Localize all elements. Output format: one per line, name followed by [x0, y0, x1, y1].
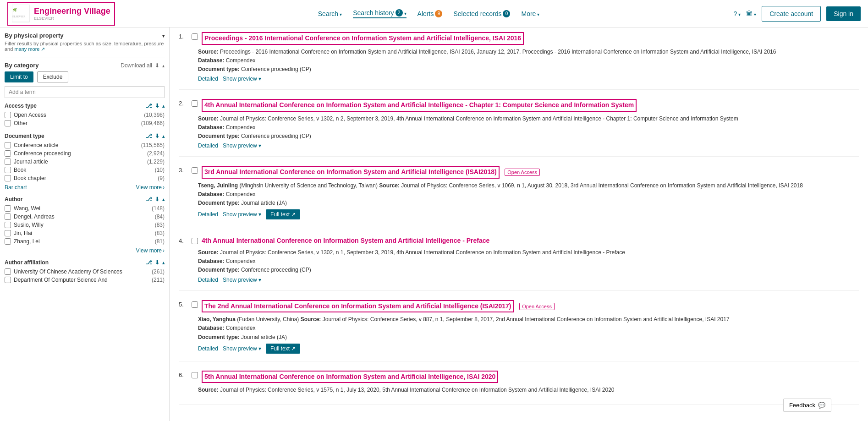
author-wang-checkbox[interactable] — [5, 205, 11, 212]
access-type-icons: ⎇ ⬇ — [146, 103, 165, 109]
exclude-button[interactable]: Exclude — [37, 71, 69, 82]
download-access-icon[interactable]: ⬇ — [155, 103, 159, 109]
result-5-detailed-link[interactable]: Detailed — [198, 345, 218, 352]
conf-article-checkbox[interactable] — [5, 142, 11, 148]
result-4-preview-link[interactable]: Show preview ▾ — [223, 277, 261, 283]
nav-more[interactable]: More — [521, 10, 539, 17]
result-2-title[interactable]: 4th Annual International Conference on I… — [202, 99, 637, 112]
result-2-detailed-link[interactable]: Detailed — [198, 142, 218, 149]
book-chapter-label: Book chapter — [14, 175, 46, 181]
result-2-database: Compendex — [226, 124, 256, 131]
preview-3-chevron-icon: ▾ — [258, 211, 261, 218]
category-chevron-icon[interactable] — [162, 62, 165, 69]
feedback-button[interactable]: Feedback 💬 — [783, 399, 831, 412]
limit-to-button[interactable]: Limit to — [5, 71, 33, 82]
nav-selected-records[interactable]: Selected records 0 — [453, 10, 510, 17]
author-jin-checkbox[interactable] — [5, 230, 11, 236]
result-4-title[interactable]: 4th Annual International Conference on I… — [202, 236, 489, 246]
result-5-fulltext-button[interactable]: Full text ↗ — [266, 344, 300, 354]
download-icon: ⬇ — [155, 62, 159, 69]
create-account-button[interactable]: Create account — [762, 6, 821, 22]
author-view-more[interactable]: View more › — [136, 247, 165, 254]
author-affiliation-label: Author affiliation — [5, 259, 49, 266]
author-zhang-checkbox[interactable] — [5, 238, 11, 245]
result-6-checkbox[interactable] — [192, 372, 198, 378]
author-dengel-checkbox[interactable] — [5, 213, 11, 220]
bar-chart-link[interactable]: Bar chart — [5, 184, 27, 191]
download-affiliation-icon[interactable]: ⬇ — [155, 259, 159, 266]
author-label: Author — [5, 196, 22, 202]
book-chapter-checkbox[interactable] — [5, 175, 11, 181]
add-term-input[interactable] — [5, 86, 165, 98]
institution-btn[interactable]: 🏛 — [746, 10, 756, 17]
result-2-actions: Detailed Show preview ▾ — [198, 142, 859, 149]
result-4-checkbox[interactable] — [192, 238, 198, 244]
download-doc-icon[interactable]: ⬇ — [155, 133, 159, 139]
result-4-meta: Source: Journal of Physics: Conference S… — [198, 248, 859, 275]
sign-in-button[interactable]: Sign in — [826, 6, 861, 21]
result-6-title[interactable]: 5th Annual International Conference on I… — [202, 371, 498, 383]
affiliation-ucas-row: University Of Chinese Academy Of Science… — [5, 268, 165, 276]
result-5-preview-link[interactable]: Show preview ▾ — [223, 345, 261, 352]
result-1-checkbox[interactable] — [192, 33, 198, 40]
affiliation-ucas-label: University Of Chinese Academy Of Science… — [14, 268, 122, 275]
other-access-checkbox[interactable] — [5, 120, 11, 126]
category-title: By category — [5, 62, 38, 69]
affiliation-chevron-icon[interactable] — [162, 259, 165, 266]
result-4-detailed-link[interactable]: Detailed — [198, 277, 218, 283]
author-susilo-checkbox[interactable] — [5, 222, 11, 228]
nav-search-history[interactable]: Search history 2 — [353, 9, 406, 18]
result-5-title[interactable]: The 2nd Annual International Conference … — [202, 300, 514, 313]
nav-alerts[interactable]: Alerts 9 — [418, 10, 443, 17]
conf-proceeding-checkbox[interactable] — [5, 150, 11, 157]
result-4-doctype: Conference proceeding (CP) — [241, 267, 311, 273]
result-6-number: 6. — [179, 371, 188, 378]
author-affiliation-filter-group: Author affiliation ⎇ ⬇ University Of Chi… — [5, 259, 165, 284]
document-type-label: Document type — [5, 133, 44, 139]
result-3-actions: Detailed Show preview ▾ Full text ↗ — [198, 209, 859, 219]
physical-property-header: By physical property — [5, 32, 165, 39]
access-other-row: Other (109,466) — [5, 119, 165, 127]
category-actions: Download all ⬇ — [121, 62, 165, 69]
result-3-database: Compendex — [226, 191, 256, 197]
result-2-preview-link[interactable]: Show preview ▾ — [223, 142, 261, 149]
author-wang-row: Wang, Wei (148) — [5, 204, 165, 213]
bar-chart-affiliation-icon[interactable]: ⎇ — [146, 259, 152, 266]
doc-type-chevron-icon[interactable] — [162, 133, 165, 139]
nav-search[interactable]: Search — [318, 10, 342, 17]
search-history-chevron-icon — [404, 9, 407, 16]
document-type-icons: ⎇ ⬇ — [146, 133, 165, 139]
bar-chart-author-icon[interactable]: ⎇ — [146, 196, 152, 202]
download-author-icon[interactable]: ⬇ — [155, 196, 159, 202]
result-5-checkbox[interactable] — [192, 301, 198, 308]
result-3-title[interactable]: 3rd Annual International Conference on I… — [202, 166, 500, 179]
preview-4-chevron-icon: ▾ — [258, 277, 261, 283]
result-2-checkbox[interactable] — [192, 100, 198, 107]
result-3-preview-link[interactable]: Show preview ▾ — [223, 211, 261, 218]
result-1-detailed-link[interactable]: Detailed — [198, 76, 218, 82]
doc-journal-article-row: Journal article (1,229) — [5, 158, 165, 166]
author-chevron-icon[interactable] — [162, 196, 165, 202]
book-label: Book — [14, 167, 26, 173]
category-header: By category Download all ⬇ — [5, 62, 165, 69]
affiliation-ucas-checkbox[interactable] — [5, 268, 11, 275]
access-chevron-icon[interactable] — [162, 103, 165, 109]
doc-type-view-more[interactable]: View more › — [136, 184, 165, 191]
book-checkbox[interactable] — [5, 167, 11, 173]
open-access-label: Open Access — [14, 112, 46, 118]
physical-property-chevron-icon[interactable] — [162, 32, 165, 39]
open-access-checkbox[interactable] — [5, 112, 11, 118]
journal-article-checkbox[interactable] — [5, 159, 11, 165]
result-3-fulltext-button[interactable]: Full text ↗ — [266, 209, 300, 219]
result-1-preview-link[interactable]: Show preview ▾ — [223, 76, 261, 82]
help-btn[interactable]: ? — [733, 10, 741, 17]
bar-chart-doc-icon[interactable]: ⎇ — [146, 133, 152, 139]
result-3-detailed-link[interactable]: Detailed — [198, 211, 218, 218]
result-item-1: 1. Proceedings - 2016 International Conf… — [179, 32, 859, 90]
result-1-title[interactable]: Proceedings - 2016 International Confere… — [202, 32, 524, 45]
bar-chart-icon[interactable]: ⎇ — [146, 103, 152, 109]
affiliation-dept-checkbox[interactable] — [5, 277, 11, 283]
result-3-checkbox[interactable] — [192, 167, 198, 174]
many-more-link[interactable]: many more ↗ — [14, 46, 45, 52]
author-affiliation-header: Author affiliation ⎇ ⬇ — [5, 259, 165, 266]
